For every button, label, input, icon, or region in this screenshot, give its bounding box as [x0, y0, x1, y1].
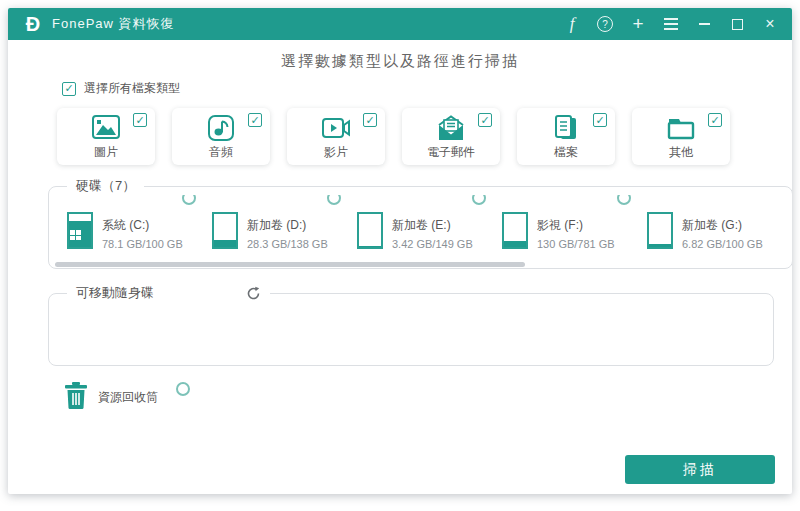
app-title: FonePaw 資料恢復 — [52, 15, 175, 33]
card-label: 其他 — [669, 144, 693, 161]
video-checkbox[interactable]: ✓ — [363, 113, 377, 127]
removable-drives-label: 可移動隨身碟 — [76, 284, 154, 302]
recycle-bin-label: 資源回收筒 — [98, 389, 158, 406]
drive-size: 78.1 GB/100 GB — [102, 238, 183, 250]
disk-icon — [502, 212, 528, 249]
app-window: Ð FonePaw 資料恢復 f ? + × 選擇數據類型以及路徑進行掃描 ✓ … — [8, 8, 792, 494]
card-images[interactable]: ✓ 圖片 — [57, 108, 155, 165]
drive-f[interactable]: 影視 (F:) 130 GB/781 GB — [502, 195, 647, 253]
email-icon — [436, 113, 466, 143]
email-checkbox[interactable]: ✓ — [478, 113, 492, 127]
drive-name: 影視 (F:) — [537, 218, 583, 232]
select-all-row[interactable]: ✓ 選擇所有檔案類型 — [62, 80, 792, 97]
drives-list: 系統 (C:) 78.1 GB/100 GB 新加卷 (D:) 28.3 GB/… — [67, 195, 792, 253]
card-label: 檔案 — [554, 144, 578, 161]
drives-horizontal-scrollbar[interactable] — [55, 262, 525, 267]
drive-name: 系統 (C:) — [102, 218, 149, 232]
disk-icon — [647, 212, 673, 249]
page-title: 選擇數據類型以及路徑進行掃描 — [8, 52, 792, 71]
facebook-icon[interactable]: f — [562, 14, 582, 34]
drive-size: 6.82 GB/100 GB — [682, 238, 763, 250]
documents-checkbox[interactable]: ✓ — [593, 113, 607, 127]
drive-name: 新加卷 (E:) — [392, 218, 451, 232]
card-documents[interactable]: ✓ 檔案 — [517, 108, 615, 165]
image-icon — [91, 113, 121, 143]
other-checkbox[interactable]: ✓ — [708, 113, 722, 127]
drive-c[interactable]: 系統 (C:) 78.1 GB/100 GB — [67, 195, 212, 253]
maximize-icon — [732, 19, 743, 30]
images-checkbox[interactable]: ✓ — [133, 113, 147, 127]
close-button[interactable]: × — [760, 14, 780, 34]
card-label: 電子郵件 — [427, 144, 475, 161]
recycle-bin-item[interactable]: 資源回收筒 — [64, 382, 264, 413]
card-audio[interactable]: ✓ 音頻 — [172, 108, 270, 165]
document-icon — [553, 113, 579, 143]
fonepaw-logo-icon: Ð — [22, 13, 44, 35]
drive-size: 3.42 GB/149 GB — [392, 238, 473, 250]
drive-size: 28.3 GB/138 GB — [247, 238, 328, 250]
drive-name: 新加卷 (D:) — [247, 218, 306, 232]
drive-name: 新加卷 (G:) — [682, 218, 742, 232]
card-label: 音頻 — [209, 144, 233, 161]
titlebar-icons: f ? + × — [562, 14, 780, 34]
file-type-cards: ✓ 圖片 ✓ 音頻 ✓ 影片 ✓ 電子郵件 — [57, 108, 792, 165]
scan-button[interactable]: 掃描 — [625, 455, 775, 484]
recycle-bin-radio[interactable] — [176, 382, 190, 396]
windows-logo-icon — [70, 230, 81, 240]
refresh-icon[interactable] — [246, 286, 261, 301]
disk-icon — [357, 212, 383, 249]
select-all-checkbox[interactable]: ✓ — [62, 82, 76, 96]
card-label: 圖片 — [94, 144, 118, 161]
card-email[interactable]: ✓ 電子郵件 — [402, 108, 500, 165]
plus-icon[interactable]: + — [628, 14, 648, 34]
drive-d[interactable]: 新加卷 (D:) 28.3 GB/138 GB — [212, 195, 357, 253]
card-other[interactable]: ✓ 其他 — [632, 108, 730, 165]
minimize-button[interactable] — [694, 14, 714, 34]
drive-e[interactable]: 新加卷 (E:) 3.42 GB/149 GB — [357, 195, 502, 253]
hamburger-glyph — [664, 18, 678, 30]
folder-icon — [666, 113, 696, 143]
drive-e-radio[interactable] — [472, 195, 486, 205]
recycle-bin-row: 資源回收筒 — [64, 382, 264, 413]
disk-icon — [212, 212, 238, 249]
video-icon — [321, 113, 351, 143]
drive-d-radio[interactable] — [327, 195, 341, 205]
removable-drives-legend: 可移動隨身碟 — [67, 284, 270, 302]
drive-size: 130 GB/781 GB — [537, 238, 615, 250]
audio-icon — [207, 113, 235, 143]
help-icon[interactable]: ? — [595, 14, 615, 34]
hard-disks-panel: 硬碟（7） 系統 (C:) 78.1 GB/100 GB 新加卷 (D: — [48, 177, 792, 269]
card-label: 影片 — [324, 144, 348, 161]
disk-icon — [67, 212, 93, 249]
trash-icon — [64, 382, 88, 413]
minimize-icon — [699, 23, 710, 25]
removable-drives-panel: 可移動隨身碟 — [48, 284, 774, 366]
maximize-button[interactable] — [727, 14, 747, 34]
titlebar: Ð FonePaw 資料恢復 f ? + × — [8, 8, 792, 40]
drive-g[interactable]: 新加卷 (G:) 6.82 GB/100 GB — [647, 195, 792, 253]
select-all-label: 選擇所有檔案類型 — [84, 80, 180, 97]
drive-f-radio[interactable] — [617, 195, 631, 205]
audio-checkbox[interactable]: ✓ — [248, 113, 262, 127]
help-question-glyph: ? — [597, 16, 613, 32]
menu-icon[interactable] — [661, 14, 681, 34]
hard-disks-legend: 硬碟（7） — [67, 177, 144, 195]
drive-c-radio[interactable] — [182, 195, 196, 205]
card-video[interactable]: ✓ 影片 — [287, 108, 385, 165]
